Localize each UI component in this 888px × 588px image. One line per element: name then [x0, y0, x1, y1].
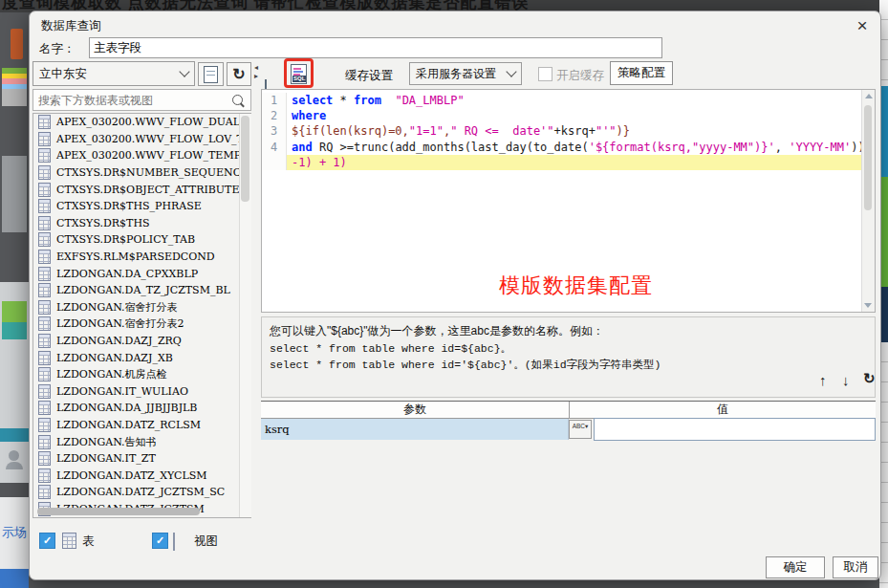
- cache-mode-dropdown[interactable]: 采用服务器设置: [409, 62, 522, 85]
- table-search: [32, 89, 251, 111]
- table-name: LZDONGAN.机房点检: [56, 367, 167, 381]
- datasource-dropdown-value: 立中东安: [39, 66, 87, 82]
- table-list-item[interactable]: APEX_030200.WWV_FLOW_LOV_TEMP: [33, 131, 250, 148]
- name-label: 名字：: [39, 41, 76, 57]
- table-list[interactable]: APEX_030200.WWV_FLOW_DUAL100APEX_030200.…: [32, 113, 251, 518]
- table-icon: [38, 300, 51, 315]
- enable-cache-checkbox[interactable]: [538, 67, 552, 81]
- table-list-item[interactable]: CTXSYS.DR$THS: [33, 215, 250, 232]
- table-checkbox-label: 表: [82, 534, 95, 550]
- table-icon: [38, 334, 51, 348]
- parameter-table-header: 参数 值: [261, 401, 876, 419]
- table-list-item[interactable]: LZDONGAN.DAZJ_XB: [33, 349, 250, 366]
- param-value-input[interactable]: [594, 418, 876, 441]
- table-list-item[interactable]: CTXSYS.DR$NUMBER_SEQUENCE: [33, 164, 250, 182]
- table-list-item[interactable]: LZDONGAN.DA_CPXXBLP: [33, 265, 250, 282]
- scrollbar-thumb[interactable]: [864, 105, 872, 210]
- table-list-item[interactable]: LZDONGAN.机房点检: [33, 366, 250, 383]
- table-list-item[interactable]: LZDONGAN.DATZ_RCLSM: [33, 417, 250, 434]
- table-name: CTXSYS.DR$POLICY_TAB: [56, 233, 195, 246]
- table-list-scrollbar[interactable]: [239, 114, 251, 517]
- editor-scrollbar[interactable]: [861, 90, 875, 312]
- avatar: [9, 450, 19, 461]
- move-down-button[interactable]: ↓: [842, 373, 850, 387]
- table-icon: [38, 148, 51, 163]
- table-name: CTXSYS.DR$OBJECT_ATTRIBUTE: [56, 184, 240, 196]
- table-list-item[interactable]: APEX_030200.WWV_FLOW_DUAL100: [33, 114, 250, 131]
- sql-editor[interactable]: 1select * from "DA_LMBLP"2where3${if(len…: [261, 89, 876, 313]
- table-name: LZDONGAN.DATZ_XYCLSM: [56, 469, 207, 482]
- table-icon: [38, 401, 51, 415]
- parameter-table: 参数 值 ksrq ABC▾: [261, 401, 876, 440]
- table-name: LZDONGAN.宿舍打分表2: [56, 316, 184, 331]
- table-list-item[interactable]: CTXSYS.DR$THS_PHRASE: [33, 198, 250, 215]
- table-icon: [38, 468, 51, 483]
- scrollbar-thumb[interactable]: [241, 116, 249, 202]
- table-list-item[interactable]: LZDONGAN.宿舍打分表2: [33, 316, 250, 333]
- edit-document-icon: [204, 66, 218, 83]
- refresh-icon: ↻: [232, 67, 245, 82]
- table-list-item[interactable]: LZDONGAN.宿舍打分表: [33, 299, 250, 316]
- table-list-item[interactable]: LZDONGAN.告知书: [33, 433, 250, 450]
- table-name: LZDONGAN.DAZJ_ZRQ: [56, 335, 182, 347]
- table-name: LZDONGAN.DATZ_RCLSM: [56, 419, 201, 431]
- collapse-left-icon: ◂: [254, 63, 258, 72]
- table-list-item[interactable]: LZDONGAN.IT_WULIAO: [33, 383, 250, 401]
- editor-annotation: 模版数据集配置: [499, 272, 653, 300]
- table-name: LZDONGAN.DA_CPXXBLP: [56, 268, 198, 280]
- chevron-down-icon: [506, 66, 516, 76]
- refresh-params-icon[interactable]: ↻: [863, 371, 876, 385]
- panel-collapse-handle[interactable]: ◂ ▸: [254, 63, 258, 80]
- table-checkbox[interactable]: ✓: [39, 533, 55, 549]
- table-list-item[interactable]: LZDONGAN.DA_TZ_JCZTSM_BL: [33, 282, 250, 299]
- table-icon: [38, 165, 51, 180]
- table-list-hscrollbar[interactable]: [37, 508, 200, 515]
- param-name-cell[interactable]: ksrq: [261, 419, 569, 440]
- table-list-item[interactable]: LZDONGAN.DAZJ_ZRQ: [33, 333, 250, 350]
- table-list-item[interactable]: CTXSYS.DR$OBJECT_ATTRIBUTE: [33, 181, 250, 198]
- search-input[interactable]: [33, 92, 232, 109]
- sql-callout-box: SQL: [284, 58, 314, 88]
- sql-icon[interactable]: SQL: [291, 64, 307, 84]
- datasource-dropdown[interactable]: 立中东安: [32, 61, 195, 86]
- background-thumbnail: [2, 68, 27, 106]
- cancel-button[interactable]: 取消: [833, 556, 878, 578]
- view-checkbox-label: 视图: [194, 534, 218, 550]
- move-up-button[interactable]: ↑: [819, 373, 827, 387]
- table-icon: [38, 367, 51, 381]
- search-icon: [232, 95, 243, 105]
- name-input[interactable]: [89, 37, 662, 58]
- refresh-datasource-button[interactable]: ↻: [227, 62, 251, 86]
- parameter-row[interactable]: ksrq ABC▾: [261, 419, 876, 440]
- table-icon: [38, 351, 51, 365]
- help-line-1: 您可以键入"${abc}"做为一个参数，这里abc是参数的名称。例如：: [262, 317, 875, 339]
- table-list-item[interactable]: CTXSYS.DR$POLICY_TAB: [33, 231, 250, 249]
- table-name: LZDONGAN.IT_WULIAO: [56, 385, 188, 398]
- table-list-item[interactable]: APEX_030200.WWV_FLOW_TEMP_TABLE: [33, 147, 250, 164]
- close-icon[interactable]: ×: [852, 15, 873, 36]
- param-type-button[interactable]: ABC▾: [569, 420, 592, 439]
- table-list-item[interactable]: EXFSYS.RLM$PARSEDCOND: [33, 249, 250, 266]
- table-list-item[interactable]: LZDONGAN.DATZ_XYCLSM: [33, 467, 250, 484]
- cache-settings-label: 缓存设置: [345, 68, 393, 84]
- code-lines: 1select * from "DA_LMBLP"2where3${if(len…: [262, 90, 875, 170]
- dialog-title: 数据库查询: [41, 18, 101, 34]
- strategy-config-button[interactable]: 策略配置: [610, 61, 673, 85]
- ok-button[interactable]: 确定: [766, 556, 825, 578]
- table-list-item[interactable]: LZDONGAN.DATZ_JCZTSM_SC: [33, 484, 250, 501]
- code-line: 4and RQ >=trunc(add_months(last_day(to_d…: [262, 140, 875, 155]
- enable-cache-label: 开启缓存: [556, 68, 604, 84]
- table-list-item[interactable]: LZDONGAN.DA_JJBJJBJLB: [33, 400, 250, 417]
- table-list-item[interactable]: LZDONGAN.IT_ZT: [33, 450, 250, 468]
- table-name: CTXSYS.DR$THS_PHRASE: [56, 200, 202, 212]
- view-checkbox[interactable]: ✓: [152, 533, 168, 549]
- code-line: -1) + 1): [262, 155, 875, 170]
- table-icon: [38, 132, 51, 146]
- code-line: 1select * from "DA_LMBLP": [262, 93, 875, 108]
- scroll-up-icon: [865, 94, 873, 98]
- param-column-header: 参数: [261, 402, 570, 418]
- edit-datasource-button[interactable]: [198, 62, 224, 86]
- table-icon: [38, 199, 51, 213]
- help-line-2: select * from table where id=${abc}。: [262, 339, 875, 356]
- table-type-icon: [62, 533, 76, 549]
